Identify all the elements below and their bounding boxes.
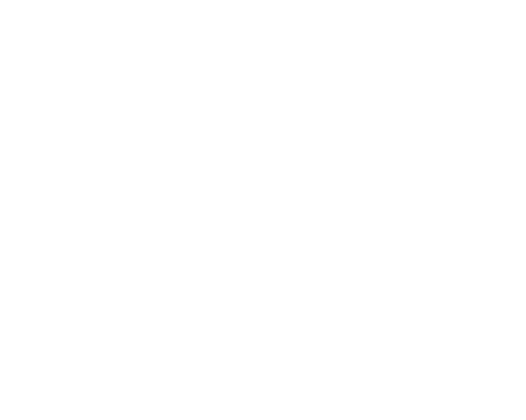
- meteogram: [0, 0, 526, 420]
- meteogram-plot-area: [0, 0, 526, 420]
- figure-header: [34, 4, 45, 112]
